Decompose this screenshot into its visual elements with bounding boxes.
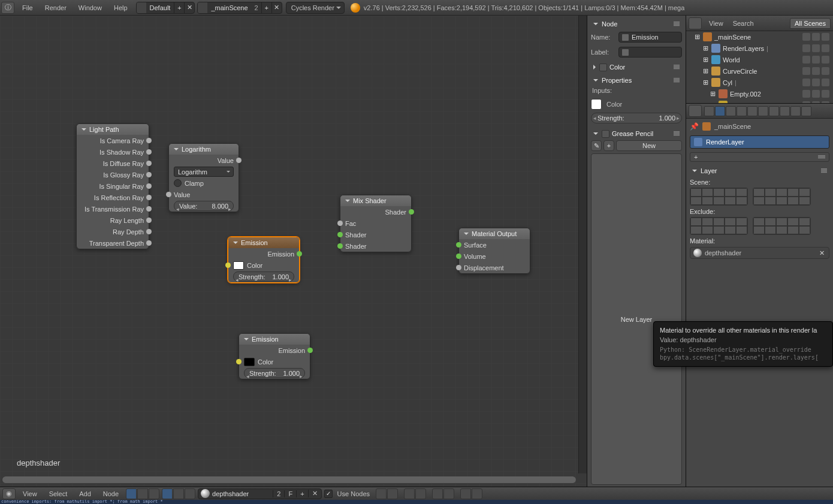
layer-cell[interactable] [702,226,713,234]
tree-row[interactable]: ⊞World [686,54,833,65]
copy-paste[interactable] [432,488,454,499]
material-clear-icon[interactable]: ✕ [817,249,826,257]
renderlayer-item[interactable]: RenderLayer [690,135,829,149]
object-shader-icon[interactable] [162,488,173,499]
material-selector[interactable]: depthshader 2 F + ✕ [198,488,321,499]
tree-row[interactable]: ⊞RenderLayers | [686,43,833,54]
tab-render-layers[interactable] [715,106,725,116]
scene-remove-icon[interactable]: ✕ [271,2,282,13]
node-material-output[interactable]: Material Output Surface Volume Displacem… [458,228,530,274]
texture-tree-icon[interactable] [149,488,159,499]
gp-new-layer-button[interactable]: New Layer [591,153,682,485]
snap-icon[interactable] [404,488,415,499]
lamp-shader-icon[interactable] [185,488,195,499]
info-editor-icon[interactable]: ⓘ [1,2,14,14]
material-override-field[interactable]: depthshader ✕ [690,247,829,259]
node-header[interactable]: Emission [228,237,299,248]
layer-cell[interactable] [776,218,787,226]
gp-add-icon[interactable]: + [603,140,614,151]
value-field[interactable]: Value:8.000 [169,200,239,212]
layer-cell[interactable] [690,218,702,226]
strength-field[interactable]: Strength:1.000 [228,271,299,282]
compositor-tree-icon[interactable] [137,488,148,499]
menu-window[interactable]: Window [73,0,108,16]
tree-row[interactable]: ⊞Lamp [686,99,833,103]
tree-row[interactable]: ⊞CurveCircle [686,65,833,77]
snap-type-icon[interactable] [415,488,426,499]
color-input-row[interactable]: Color [591,98,682,111]
exclude-layer-grids[interactable] [690,217,829,235]
math-mode-select[interactable]: Logarithm [169,166,239,177]
layer-cell[interactable] [690,197,702,205]
tree-row[interactable]: ⊞_mainScene [686,31,833,43]
section-color[interactable]: Color [591,62,682,73]
layer-cell[interactable] [713,197,725,205]
layer-cell[interactable] [702,197,713,205]
go-parent-icon[interactable] [387,488,398,499]
section-properties[interactable]: Properties [591,75,682,86]
tab-data[interactable] [780,106,790,116]
color-checkbox[interactable] [599,64,607,71]
name-input[interactable]: Emission [618,32,682,43]
section-node[interactable]: Node [591,19,682,29]
layer-cell[interactable] [765,226,776,234]
shader-tree-icon[interactable] [126,488,137,499]
scene-name[interactable]: _mainScene [207,4,251,11]
layer-cell[interactable] [765,218,776,226]
material-sphere-icon[interactable] [201,489,210,498]
label-input[interactable] [618,47,682,58]
menu-select[interactable]: Select [44,490,73,497]
material-remove-icon[interactable]: ✕ [308,490,321,497]
in-color[interactable]: Color [239,356,310,367]
layer-cell[interactable] [736,188,747,197]
tab-material[interactable] [790,106,801,116]
tree-row[interactable]: ⊞Empty.002 [686,88,833,99]
backdrop-icon[interactable] [460,488,471,499]
strength-input[interactable]: Strength:1.000 [591,113,682,123]
layer-cell[interactable] [725,197,736,205]
layer-cell[interactable] [713,188,725,197]
strength-field[interactable]: Strength:1.000 [239,367,310,379]
clamp-check[interactable]: Clamp [169,177,239,189]
node-editor-icon[interactable]: ◉ [2,488,16,499]
node-logarithm[interactable]: Logarithm Value Logarithm Clamp Value Va… [168,143,239,212]
tree-type-toggle[interactable] [126,488,159,499]
layer-cell[interactable] [787,218,799,226]
world-shader-icon[interactable] [173,488,184,499]
tab-render[interactable] [704,106,714,116]
scene-selector[interactable]: _mainScene 2 + ✕ [197,2,282,14]
tree-row[interactable]: ⊞Cyl | [686,77,833,88]
layer-cell[interactable] [736,197,747,205]
layer-cell[interactable] [765,197,776,205]
layout-remove-icon[interactable]: ✕ [184,2,194,13]
layer-grid-3[interactable] [690,217,748,235]
pin-toggle[interactable] [376,488,398,499]
gp-new-button[interactable]: New [616,140,682,151]
gp-checkbox[interactable] [602,130,609,138]
layer-cell[interactable] [753,188,765,197]
layer-cell[interactable] [776,197,787,205]
layout-browse-icon[interactable] [137,2,146,13]
outliner-view[interactable]: View [707,20,726,27]
menu-add[interactable]: Add [74,490,96,497]
layer-cell[interactable] [776,226,787,234]
scene-layer-grids[interactable] [690,188,829,206]
node-hscroll[interactable] [2,476,576,483]
tab-world[interactable] [737,106,747,116]
tab-object[interactable] [747,106,757,116]
material-name[interactable]: depthshader [212,490,273,497]
node-vscroll[interactable] [578,16,587,473]
layer-cell[interactable] [787,197,799,205]
layer-cell[interactable] [725,218,736,226]
layer-cell[interactable] [725,188,736,197]
layer-grid-4[interactable] [753,217,811,235]
layer-cell[interactable] [799,197,810,205]
paste-icon[interactable] [443,488,454,499]
node-header[interactable]: Emission [239,334,310,345]
layer-cell[interactable] [753,226,765,234]
layer-cell[interactable] [753,218,765,226]
outliner-editor-icon[interactable] [689,17,702,29]
material-users[interactable]: 2 [273,490,284,497]
node-header[interactable]: Logarithm [169,144,239,155]
node-editor[interactable]: Light Path Is Camera Ray Is Shadow Ray I… [0,16,587,487]
